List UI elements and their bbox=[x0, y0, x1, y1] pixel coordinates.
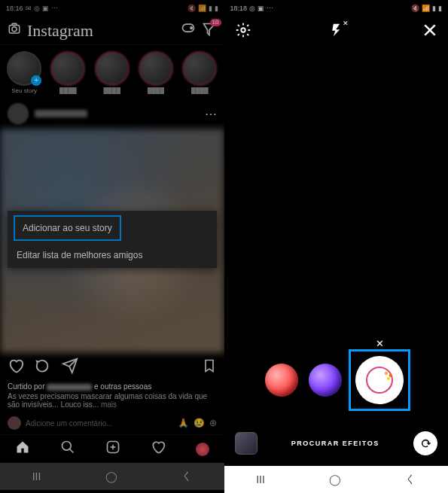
nav-home[interactable]: ◯ bbox=[105, 470, 117, 482]
story-label: Seu story bbox=[11, 87, 37, 94]
svg-line-6 bbox=[69, 449, 73, 453]
gallery-thumbnail[interactable] bbox=[235, 432, 258, 455]
svg-point-5 bbox=[62, 442, 71, 451]
android-nav-bar: III ◯ く bbox=[0, 463, 224, 490]
liked-by-name[interactable] bbox=[47, 384, 92, 391]
status-time: 18:16 bbox=[6, 5, 23, 12]
camera-bottom-bar: PROCURAR EFEITOS bbox=[224, 421, 449, 466]
android-nav-bar: III ◯ く bbox=[224, 466, 449, 493]
svg-point-4 bbox=[190, 27, 192, 29]
flash-off-x: ✕ bbox=[343, 20, 349, 27]
notif-icon: ✉ bbox=[26, 5, 32, 12]
svg-point-1 bbox=[12, 27, 17, 32]
direct-messages-icon[interactable] bbox=[181, 21, 196, 40]
nav-recents[interactable]: III bbox=[256, 473, 265, 485]
story-label: ████ bbox=[191, 87, 209, 94]
like-icon[interactable] bbox=[8, 358, 24, 378]
context-menu: Adicionar ao seu story Editar lista de m… bbox=[8, 211, 217, 268]
status-bar: 18:18 ◎ ▣ ⋯ 🔇 📶 ▮ ▮ bbox=[224, 0, 449, 17]
story-item[interactable]: ████ bbox=[181, 51, 218, 94]
avatar bbox=[139, 51, 173, 86]
avatar bbox=[7, 51, 41, 86]
notif-icon: ⋯ bbox=[51, 5, 58, 12]
post-header: ⋯ bbox=[0, 99, 224, 129]
comment-placeholder[interactable]: Adicione um comentário... bbox=[26, 419, 173, 428]
camera-icon[interactable] bbox=[8, 22, 21, 39]
share-icon[interactable] bbox=[62, 358, 78, 378]
status-time: 18:18 bbox=[230, 5, 248, 12]
camera-viewfinder[interactable]: ✕ PROCURAR EFEITOS bbox=[224, 47, 449, 466]
effect-option[interactable] bbox=[309, 364, 342, 397]
avatar bbox=[95, 51, 130, 86]
mute-icon: 🔇 bbox=[411, 5, 419, 12]
signal-icon: ▮ bbox=[432, 5, 436, 12]
quick-emoji[interactable]: 🙏 bbox=[178, 418, 189, 428]
story-item[interactable]: ████ bbox=[138, 51, 174, 94]
bottom-nav bbox=[0, 434, 224, 463]
post-caption-area: Curtido por e outras pessoas As vezes pr… bbox=[0, 382, 224, 413]
activity-badge: 10 bbox=[210, 19, 221, 26]
tab-home[interactable] bbox=[15, 440, 30, 458]
shutter-button[interactable] bbox=[355, 356, 404, 404]
add-comment-row[interactable]: Adicione um comentário... 🙏 😢 ⊕ bbox=[0, 413, 224, 434]
story-label: ████ bbox=[59, 87, 77, 94]
menu-item-add-to-story[interactable]: Adicionar ao seu story bbox=[14, 215, 121, 241]
signal-icon: ▮ bbox=[209, 5, 212, 12]
effect-option[interactable] bbox=[265, 364, 298, 397]
story-label: ████ bbox=[148, 87, 165, 94]
your-story[interactable]: Seu story bbox=[6, 51, 42, 94]
quick-emoji[interactable]: 😢 bbox=[194, 418, 205, 428]
liked-by-suffix: e outras pessoas bbox=[94, 382, 151, 391]
effects-carousel[interactable]: ✕ bbox=[224, 353, 449, 407]
mute-icon: 🔇 bbox=[187, 5, 196, 12]
story-item[interactable]: ████ bbox=[50, 51, 86, 94]
caption-more[interactable]: mais bbox=[101, 400, 117, 409]
poster-name[interactable] bbox=[35, 110, 87, 117]
story-item[interactable]: ████ bbox=[94, 51, 130, 94]
svg-point-10 bbox=[241, 28, 245, 32]
more-options-icon[interactable]: ⋯ bbox=[205, 107, 217, 121]
close-effect-icon[interactable]: ✕ bbox=[376, 338, 384, 349]
comment-icon[interactable] bbox=[35, 358, 51, 378]
tab-search[interactable] bbox=[60, 440, 75, 458]
quick-emoji-more[interactable]: ⊕ bbox=[209, 418, 217, 428]
app-header: Instagram 10 bbox=[0, 17, 224, 45]
profile-avatar bbox=[196, 443, 209, 456]
notif-icon: ▣ bbox=[42, 5, 49, 12]
settings-icon[interactable] bbox=[235, 22, 251, 42]
notif-icon: ◎ bbox=[249, 5, 255, 12]
activity-icon[interactable]: 10 bbox=[202, 22, 217, 40]
post-actions bbox=[0, 353, 224, 382]
shutter-highlight: ✕ bbox=[352, 353, 407, 407]
instagram-logo: Instagram bbox=[27, 21, 175, 41]
story-label: ████ bbox=[103, 87, 120, 94]
tab-profile[interactable] bbox=[196, 443, 209, 456]
tab-activity[interactable] bbox=[151, 440, 166, 458]
screenshot-instagram-story-camera: 18:18 ◎ ▣ ⋯ 🔇 📶 ▮ ▮ ✕ ✕ bbox=[224, 0, 449, 493]
liked-by-prefix: Curtido por bbox=[8, 382, 44, 391]
screenshot-instagram-feed: 18:16 ✉ ◎ ▣ ⋯ 🔇 📶 ▮ ▮ Instagram 10 Seu s… bbox=[0, 0, 224, 493]
wifi-icon: 📶 bbox=[422, 5, 430, 12]
switch-camera-button[interactable] bbox=[413, 431, 437, 455]
nav-home[interactable]: ◯ bbox=[329, 473, 341, 485]
bookmark-icon[interactable] bbox=[202, 358, 217, 377]
close-icon[interactable] bbox=[422, 23, 437, 41]
notif-icon: ⋯ bbox=[267, 5, 273, 12]
my-avatar bbox=[8, 416, 21, 430]
nav-back[interactable]: く bbox=[405, 473, 416, 486]
camera-header: ✕ bbox=[224, 17, 449, 47]
notif-icon: ▣ bbox=[258, 5, 264, 12]
notif-icon: ◎ bbox=[34, 5, 40, 12]
menu-item-edit-close-friends[interactable]: Editar lista de melhores amigos bbox=[8, 242, 217, 268]
avatar bbox=[182, 51, 217, 86]
search-effects-icon bbox=[366, 367, 393, 394]
search-effects-label[interactable]: PROCURAR EFEITOS bbox=[258, 440, 414, 447]
flash-icon[interactable]: ✕ bbox=[329, 23, 344, 41]
nav-back[interactable]: く bbox=[181, 470, 192, 483]
stories-tray[interactable]: Seu story ████ ████ ████ ████ bbox=[0, 45, 224, 99]
status-bar: 18:16 ✉ ◎ ▣ ⋯ 🔇 📶 ▮ ▮ bbox=[0, 0, 224, 17]
tab-new-post[interactable] bbox=[105, 440, 120, 458]
avatar bbox=[50, 51, 85, 86]
nav-recents[interactable]: III bbox=[32, 470, 41, 482]
poster-avatar[interactable] bbox=[8, 103, 29, 124]
